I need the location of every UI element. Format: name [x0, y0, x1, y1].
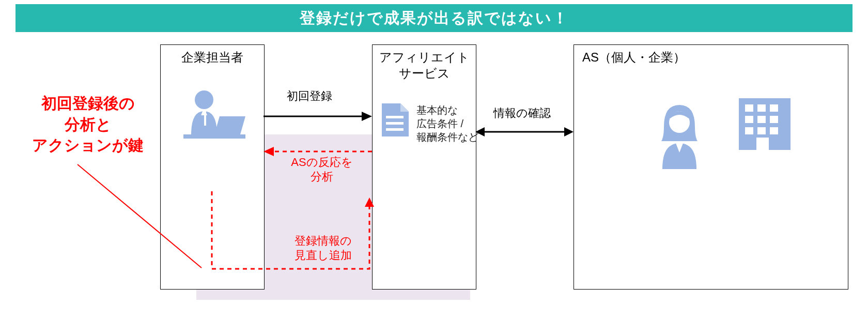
- box-affiliate-title-l2: サービス: [399, 66, 450, 80]
- label-review: 登録情報の 見直し追加: [287, 234, 359, 262]
- svg-rect-14: [745, 116, 753, 123]
- callout-text: 初回登録後の 分析と アクションが鍵: [16, 93, 160, 156]
- arrow-initial-register: [264, 109, 372, 124]
- box-company-title: 企業担当者: [161, 45, 264, 65]
- label-initial-register: 初回登録: [287, 89, 332, 103]
- svg-rect-5: [386, 122, 404, 125]
- svg-marker-24: [264, 147, 274, 156]
- banner: 登録だけで成果が出る訳ではない！: [16, 4, 853, 32]
- arrow-confirm-info: [475, 124, 574, 140]
- label-confirm-info: 情報の確認: [493, 106, 551, 120]
- affiliate-desc: 基本的な 広告条件 / 報酬条件など: [416, 103, 478, 144]
- svg-rect-20: [756, 138, 769, 150]
- callout-line2: 分析と: [16, 114, 160, 135]
- box-affiliate: アフィリエイト サービス: [372, 44, 476, 290]
- svg-rect-15: [757, 116, 766, 123]
- label-analyze-l1: ASの反応を: [291, 156, 352, 169]
- svg-point-0: [195, 90, 213, 109]
- svg-rect-6: [386, 128, 404, 131]
- box-affiliate-title-l1: アフィリエイト: [379, 50, 470, 64]
- document-icon: [380, 99, 413, 141]
- building-icon: [734, 93, 796, 155]
- label-analyze-l2: 分析: [311, 170, 333, 183]
- affiliate-desc-l2: 広告条件 /: [416, 117, 478, 130]
- callout-line3: アクションが鍵: [16, 135, 160, 156]
- box-affiliate-title: アフィリエイト サービス: [373, 45, 476, 81]
- svg-rect-17: [745, 127, 753, 134]
- svg-rect-13: [770, 104, 778, 112]
- svg-rect-4: [386, 116, 404, 118]
- businessperson-desk-icon: [176, 85, 253, 153]
- svg-marker-27: [475, 127, 485, 136]
- svg-rect-12: [757, 104, 766, 112]
- affiliate-desc-l3: 報酬条件など: [416, 130, 478, 144]
- svg-marker-25: [365, 198, 374, 207]
- label-analyze: ASの反応を 分析: [288, 155, 355, 184]
- banner-title: 登録だけで成果が出る訳ではない！: [300, 8, 569, 29]
- affiliate-desc-l1: 基本的な: [416, 103, 478, 117]
- svg-rect-16: [770, 116, 778, 123]
- svg-rect-18: [757, 127, 766, 134]
- label-review-l2: 見直し追加: [295, 249, 352, 262]
- woman-avatar-icon: [651, 101, 708, 173]
- label-review-l1: 登録情報の: [295, 234, 352, 247]
- callout-pointer-line: [72, 164, 207, 278]
- svg-marker-28: [564, 127, 574, 136]
- callout-line1: 初回登録後の: [16, 93, 160, 114]
- svg-line-29: [78, 164, 202, 268]
- svg-rect-11: [745, 104, 753, 112]
- box-as: AS（個人・企業）: [574, 44, 848, 290]
- box-as-title: AS（個人・企業）: [574, 45, 848, 65]
- svg-rect-3: [183, 134, 245, 139]
- svg-rect-19: [770, 127, 778, 134]
- svg-marker-22: [362, 112, 372, 121]
